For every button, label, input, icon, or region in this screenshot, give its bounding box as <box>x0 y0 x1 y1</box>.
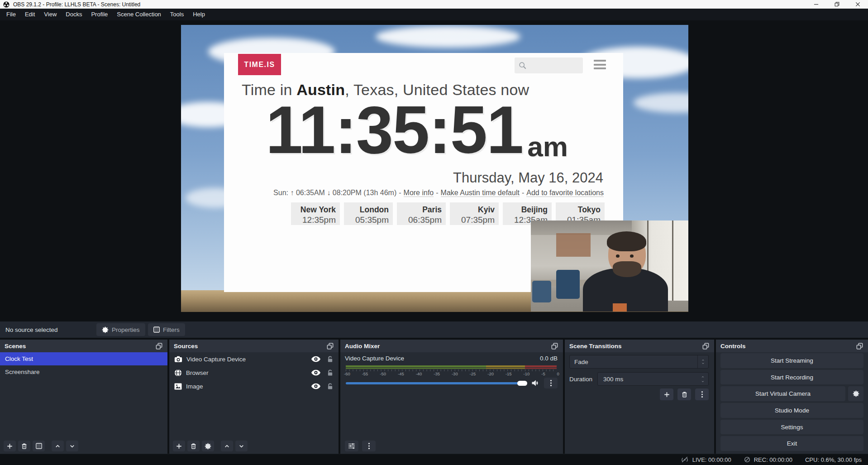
plus-icon <box>663 391 670 398</box>
volume-meter <box>346 365 557 367</box>
record-inactive-icon <box>744 456 750 463</box>
source-properties-button[interactable] <box>202 441 214 451</box>
preview-canvas[interactable]: TIME.IS Time in Austin, Texas, United St… <box>181 25 688 312</box>
audio-mixer-header: Audio Mixer <box>340 340 563 352</box>
image-icon <box>174 383 182 390</box>
close-icon <box>855 2 860 7</box>
chevron-up-icon <box>54 443 61 450</box>
world-time-newyork: New York 12:35pm <box>291 202 340 225</box>
properties-button[interactable]: Properties <box>96 323 145 336</box>
menu-docks[interactable]: Docks <box>61 9 86 20</box>
spin-up-icon[interactable] <box>700 375 706 379</box>
source-item-browser[interactable]: Browser <box>169 366 339 379</box>
add-scene-button[interactable] <box>4 441 16 451</box>
sun-times: Sun: ↑ 06:35AM ↓ 08:20PM (13h 46m) <box>273 189 396 197</box>
dots-vertical-icon <box>368 442 370 450</box>
exit-button[interactable]: Exit <box>720 436 863 451</box>
unlock-icon[interactable] <box>327 356 333 363</box>
sources-panel: Sources Video Capture Device Browser Ima… <box>169 340 339 454</box>
minimize-button[interactable] <box>806 0 826 9</box>
visibility-eye-icon[interactable] <box>311 356 320 362</box>
menu-scene-collection[interactable]: Scene Collection <box>112 9 166 20</box>
cpu-status: CPU: 0.6%, 30.00 fps <box>805 456 862 463</box>
mixer-menu-button[interactable] <box>362 441 376 451</box>
office-chair <box>532 281 551 302</box>
remove-transition-button[interactable] <box>677 388 691 400</box>
popout-icon[interactable] <box>326 342 334 350</box>
move-scene-down-button[interactable] <box>66 441 78 451</box>
close-button[interactable] <box>847 0 868 9</box>
spin-down-icon[interactable] <box>700 380 706 383</box>
scene-item-clock-test[interactable]: Clock Test <box>0 352 167 365</box>
move-scene-up-button[interactable] <box>52 441 64 451</box>
trash-icon <box>681 391 688 398</box>
speaker-icon[interactable] <box>531 379 539 387</box>
move-source-down-button[interactable] <box>235 441 248 451</box>
globe-icon <box>174 369 182 377</box>
duration-spinbox[interactable]: 300 ms <box>597 372 709 386</box>
remove-source-button[interactable] <box>187 441 200 451</box>
source-item-image[interactable]: Image <box>169 379 339 393</box>
timeis-date: Thursday, May 16, 2024 <box>453 170 603 186</box>
transitions-header: Scene Transitions <box>565 340 714 352</box>
volume-slider-handle[interactable] <box>517 381 527 386</box>
studio-mode-button[interactable]: Studio Mode <box>720 403 863 418</box>
sources-toolbar <box>173 441 248 451</box>
chevron-down-icon <box>238 443 245 450</box>
cloud <box>634 93 688 113</box>
scene-filters-button[interactable] <box>33 441 45 451</box>
titlebar: OBS 29.1.2 - Profile: LLHLS BETA - Scene… <box>0 0 868 9</box>
obs-logo-icon <box>3 1 10 8</box>
virtual-camera-config-button[interactable] <box>848 386 863 401</box>
filter-icon <box>153 326 160 333</box>
popout-icon[interactable] <box>155 342 163 350</box>
add-source-button[interactable] <box>173 441 185 451</box>
controls-panel: Controls Start Streaming Start Recording… <box>716 340 868 454</box>
start-virtual-camera-button[interactable]: Start Virtual Camera <box>720 386 845 401</box>
menu-tools[interactable]: Tools <box>166 9 188 20</box>
remove-scene-button[interactable] <box>18 441 30 451</box>
popout-icon[interactable] <box>551 342 558 350</box>
visibility-eye-icon[interactable] <box>311 369 320 376</box>
chevron-up-icon <box>701 359 706 362</box>
unlock-icon[interactable] <box>327 383 333 390</box>
dots-vertical-icon <box>701 391 703 398</box>
source-item-video-capture[interactable]: Video Capture Device <box>169 352 339 366</box>
menu-edit[interactable]: Edit <box>20 9 39 20</box>
scene-item-screenshare[interactable]: Screenshare <box>0 365 167 379</box>
menu-help[interactable]: Help <box>188 9 210 20</box>
controls-header: Controls <box>716 340 868 352</box>
unlock-icon[interactable] <box>327 369 333 376</box>
clock-meridiem: am <box>527 133 568 161</box>
filters-button[interactable]: Filters <box>148 323 185 336</box>
source-selection-bar: No source selected Properties Filters <box>0 321 868 338</box>
start-streaming-button[interactable]: Start Streaming <box>720 353 863 368</box>
mixer-channel-menu-button[interactable] <box>544 378 558 388</box>
menu-view[interactable]: View <box>39 9 61 20</box>
add-transition-button[interactable] <box>660 388 673 400</box>
menu-file[interactable]: File <box>2 9 20 20</box>
advanced-audio-button[interactable] <box>345 441 358 451</box>
menu-profile[interactable]: Profile <box>86 9 112 20</box>
restore-icon <box>835 2 839 7</box>
minimize-icon <box>814 2 819 7</box>
volume-meter-peak <box>346 368 557 369</box>
settings-button[interactable]: Settings <box>720 420 863 435</box>
transition-select[interactable]: Fade <box>569 355 709 369</box>
visibility-eye-icon[interactable] <box>311 383 320 389</box>
world-time-paris: Paris 06:35pm <box>397 202 446 225</box>
webcam-source[interactable] <box>531 221 688 312</box>
transition-menu-button[interactable] <box>695 388 709 400</box>
mixer-channel-name: Video Capture Device <box>345 355 404 362</box>
popout-icon[interactable] <box>702 342 710 350</box>
maximize-button[interactable] <box>826 0 847 9</box>
start-recording-button[interactable]: Start Recording <box>720 370 863 385</box>
transition-buttons <box>660 388 709 400</box>
move-source-up-button[interactable] <box>221 441 233 451</box>
popout-icon[interactable] <box>856 342 863 350</box>
transition-select-spinner[interactable] <box>697 355 708 368</box>
plus-icon <box>6 443 13 450</box>
mixer-db-value: 0.0 dB <box>540 355 558 362</box>
volume-slider[interactable] <box>346 382 527 384</box>
clock-time: 11:35:51 <box>266 96 523 163</box>
